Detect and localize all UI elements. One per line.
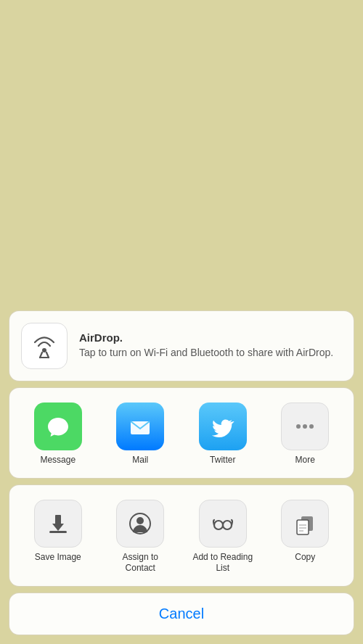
share-item-twitter[interactable]: Twitter xyxy=(190,402,256,466)
share-item-mail[interactable]: Mail xyxy=(107,402,173,466)
share-row: Message Mail Twitter xyxy=(17,402,346,466)
copy-label: Copy xyxy=(295,552,315,564)
action-item-save-image[interactable]: Save Image xyxy=(25,500,91,564)
twitter-label: Twitter xyxy=(210,455,235,466)
svg-point-0 xyxy=(42,348,46,352)
cancel-button[interactable]: Cancel xyxy=(9,593,354,635)
cancel-panel: Cancel xyxy=(9,593,354,635)
share-sheet: AirDrop. Tap to turn on Wi-Fi and Blueto… xyxy=(9,310,354,635)
svg-point-12 xyxy=(136,517,144,524)
airdrop-desc: Tap to turn on Wi-Fi and Bluetooth to sh… xyxy=(79,346,333,360)
more-icon xyxy=(281,402,329,450)
airdrop-description: AirDrop. Tap to turn on Wi-Fi and Blueto… xyxy=(79,331,333,360)
assign-contact-label: Assign to Contact xyxy=(107,552,173,574)
assign-contact-icon xyxy=(116,500,164,548)
svg-point-14 xyxy=(223,521,232,529)
share-row-panel: Message Mail Twitter xyxy=(9,387,354,479)
svg-point-5 xyxy=(296,424,301,429)
airdrop-panel[interactable]: AirDrop. Tap to turn on Wi-Fi and Blueto… xyxy=(9,310,354,381)
svg-rect-17 xyxy=(297,520,309,534)
svg-point-13 xyxy=(214,521,223,529)
reading-list-icon xyxy=(199,500,247,548)
mail-label: Mail xyxy=(132,455,148,466)
mail-icon xyxy=(116,402,164,450)
svg-rect-10 xyxy=(49,531,67,533)
action-item-copy[interactable]: Copy xyxy=(272,500,338,564)
airdrop-icon xyxy=(21,323,68,369)
twitter-icon xyxy=(199,402,247,450)
svg-rect-8 xyxy=(55,515,61,525)
reading-list-label: Add to Reading List xyxy=(190,552,256,574)
svg-point-6 xyxy=(303,424,307,429)
action-item-reading-list[interactable]: Add to Reading List xyxy=(190,500,256,574)
share-item-message[interactable]: Message xyxy=(25,402,91,466)
message-label: Message xyxy=(40,455,76,466)
more-label: More xyxy=(295,455,315,466)
share-item-more[interactable]: More xyxy=(272,402,338,466)
copy-icon xyxy=(281,500,329,548)
action-item-assign-contact[interactable]: Assign to Contact xyxy=(107,500,173,574)
action-row-panel: Save Image Assign to Contact xyxy=(9,484,354,587)
svg-point-7 xyxy=(309,424,314,429)
action-row: Save Image Assign to Contact xyxy=(17,500,346,574)
svg-marker-9 xyxy=(52,524,64,531)
airdrop-title: AirDrop. xyxy=(79,331,123,344)
save-image-label: Save Image xyxy=(35,552,81,564)
message-icon xyxy=(34,402,82,450)
save-image-icon xyxy=(34,500,82,548)
